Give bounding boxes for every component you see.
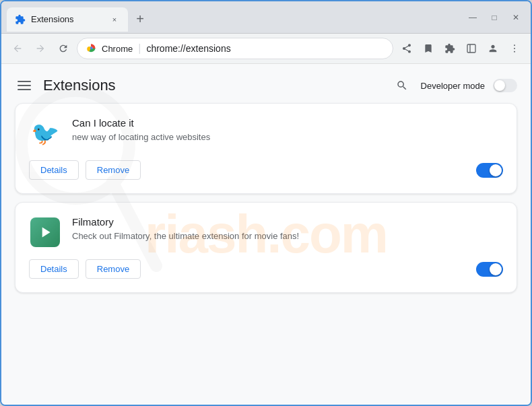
svg-text:🐦: 🐦: [31, 120, 60, 147]
ext-toggle-knob-1: [490, 263, 502, 275]
card-actions-1: Details Remove: [29, 259, 141, 279]
details-button-1[interactable]: Details: [29, 259, 79, 279]
svg-point-3: [514, 44, 515, 46]
ext-desc-1: Check out Filmatory, the ultimate extens…: [72, 230, 503, 242]
ext-info-1: Filmatory Check out Filmatory, the ultim…: [72, 216, 503, 242]
svg-point-5: [514, 51, 515, 53]
extensions-tab[interactable]: Extensions ×: [7, 7, 128, 32]
bookmark-button[interactable]: [419, 39, 438, 58]
share-button[interactable]: [397, 39, 416, 58]
ext-toggle-0[interactable]: [476, 163, 503, 178]
toggle-knob: [494, 80, 505, 91]
tab-title: Extensions: [31, 14, 104, 24]
card-bottom-0: Details Remove: [29, 160, 503, 180]
window-controls: — □ ✕: [463, 8, 525, 27]
ext-name-0: Can I locate it: [72, 117, 503, 129]
header-left: Extensions: [15, 77, 116, 94]
address-url: chrome://extensions: [146, 43, 230, 54]
reload-button[interactable]: [54, 39, 73, 58]
page-title: Extensions: [43, 77, 116, 94]
svg-rect-1: [467, 44, 475, 53]
card-top-1: Filmatory Check out Filmatory, the ultim…: [29, 216, 503, 248]
toolbar-icons: [397, 39, 524, 58]
address-bar-row: Chrome | chrome://extensions: [1, 34, 531, 64]
back-button[interactable]: [8, 39, 27, 58]
browser-name: Chrome: [102, 44, 133, 54]
profile-button[interactable]: [484, 39, 502, 58]
extension-card-1: Filmatory Check out Filmatory, the ultim…: [15, 202, 517, 293]
header-right: Developer mode: [391, 75, 517, 96]
developer-mode-toggle[interactable]: [493, 79, 517, 92]
forward-button[interactable]: [31, 39, 50, 58]
filmatory-icon: [30, 217, 60, 247]
remove-button-0[interactable]: Remove: [86, 160, 141, 180]
extensions-header: Extensions Developer mode: [1, 64, 531, 103]
extension-icon-1: [29, 216, 61, 248]
hamburger-line-2: [18, 85, 31, 86]
close-button[interactable]: ✕: [506, 8, 525, 27]
tab-close-button[interactable]: ×: [109, 14, 120, 25]
extensions-button[interactable]: [440, 39, 459, 58]
card-bottom-1: Details Remove: [29, 259, 503, 279]
extension-card-0: 🐦 Can I locate it new way of locating ac…: [15, 103, 517, 194]
ext-toggle-1[interactable]: [476, 262, 503, 277]
minimize-button[interactable]: —: [463, 8, 482, 27]
extensions-tab-icon: [15, 14, 26, 25]
menu-button[interactable]: [505, 39, 524, 58]
address-divider: |: [138, 42, 141, 55]
ext-desc-0: new way of locating active websites: [72, 131, 503, 143]
tab-strip: Extensions × +: [7, 7, 463, 32]
card-actions-0: Details Remove: [29, 160, 141, 180]
remove-button-1[interactable]: Remove: [86, 259, 141, 279]
maximize-button[interactable]: □: [485, 8, 504, 27]
title-bar: Extensions × + — □ ✕: [1, 1, 531, 34]
svg-point-4: [514, 48, 515, 49]
extension-icon-0: 🐦: [29, 117, 61, 149]
card-top-0: 🐦 Can I locate it new way of locating ac…: [29, 117, 503, 149]
hamburger-line-3: [18, 89, 31, 90]
extensions-list: 🐦 Can I locate it new way of locating ac…: [1, 103, 531, 306]
page-content: riash.com Extensions Developer mode: [1, 64, 531, 405]
browser-window: Extensions × + — □ ✕ Chr: [0, 0, 532, 406]
hamburger-menu[interactable]: [15, 78, 34, 93]
ext-toggle-knob-0: [490, 164, 502, 176]
ext-name-1: Filmatory: [72, 216, 503, 228]
details-button-0[interactable]: Details: [29, 160, 79, 180]
sidebar-button[interactable]: [462, 39, 481, 58]
new-tab-button[interactable]: +: [131, 10, 149, 29]
address-box[interactable]: Chrome | chrome://extensions: [77, 38, 393, 59]
chrome-logo-icon: [86, 43, 96, 54]
search-button[interactable]: [391, 75, 413, 96]
ext-info-0: Can I locate it new way of locating acti…: [72, 117, 503, 143]
hamburger-line-1: [18, 81, 31, 82]
developer-mode-label: Developer mode: [421, 81, 485, 91]
